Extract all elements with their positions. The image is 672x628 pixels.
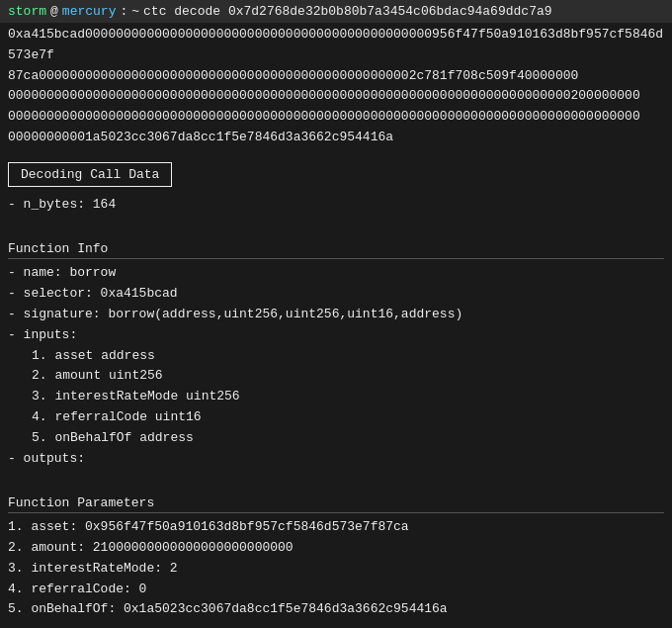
fi-name: - name: borrow — [8, 263, 664, 284]
decode-badge: Decoding Call Data — [8, 162, 172, 187]
hex-line5: 00000000001a5023cc3067da8cc1f5e7846d3a36… — [8, 128, 664, 148]
hex-line3: 0000000000000000000000000000000000000000… — [8, 86, 664, 107]
prompt-separator: : — [120, 4, 127, 19]
fi-input1: 1. asset address — [8, 346, 664, 367]
function-params-header: Function Parameters — [8, 495, 664, 510]
decoded-content: Decoding Call Data - n_bytes: 164 Functi… — [0, 148, 672, 626]
fi-input2: 2. amount uint256 — [8, 366, 664, 387]
hex-line4: 0000000000000000000000000000000000000000… — [8, 107, 664, 128]
prompt-host: mercury — [62, 4, 117, 19]
prompt-at: @ — [50, 4, 58, 19]
fi-signature: - signature: borrow(address,uint256,uint… — [8, 305, 664, 325]
decode-badge-label: Decoding Call Data — [21, 167, 159, 182]
fi-selector: - selector: 0xa415bcad — [8, 284, 664, 305]
divider1 — [8, 258, 664, 259]
nbytes-line: - n_bytes: 164 — [8, 195, 664, 216]
hex-line2: 87ca000000000000000000000000000000000000… — [8, 66, 664, 87]
prompt-user: storm — [8, 4, 46, 19]
fi-input3: 3. interestRateMode uint256 — [8, 387, 664, 407]
fi-input5: 5. onBehalfOf address — [8, 428, 664, 449]
fi-input4: 4. referralCode uint16 — [8, 407, 664, 428]
prompt-cmd: ctc decode 0x7d2768de32b0b80b7a3454c06bd… — [143, 4, 551, 19]
fi-inputs-label: - inputs: — [8, 325, 664, 346]
hex-data-area: 0xa415bcad000000000000000000000000000000… — [0, 23, 672, 148]
fp-param2: 2. amount: 21000000000000000000000000 — [8, 538, 664, 559]
fp-param4: 4. referralCode: 0 — [8, 580, 664, 600]
terminal: storm @ mercury : ~ ctc decode 0x7d2768d… — [0, 0, 672, 628]
function-info-header: Function Info — [8, 241, 664, 256]
divider2 — [8, 512, 664, 513]
fp-param3: 3. interestRateMode: 2 — [8, 559, 664, 580]
hex-line1: 0xa415bcad000000000000000000000000000000… — [8, 25, 664, 66]
prompt-dir: ~ — [131, 4, 139, 19]
fi-outputs: - outputs: — [8, 449, 664, 470]
top-bar: storm @ mercury : ~ ctc decode 0x7d2768d… — [0, 0, 672, 23]
fp-param5: 5. onBehalfOf: 0x1a5023cc3067da8cc1f5e78… — [8, 599, 664, 620]
fp-param1: 1. asset: 0x956f47f50a910163d8bf957cf584… — [8, 517, 664, 538]
